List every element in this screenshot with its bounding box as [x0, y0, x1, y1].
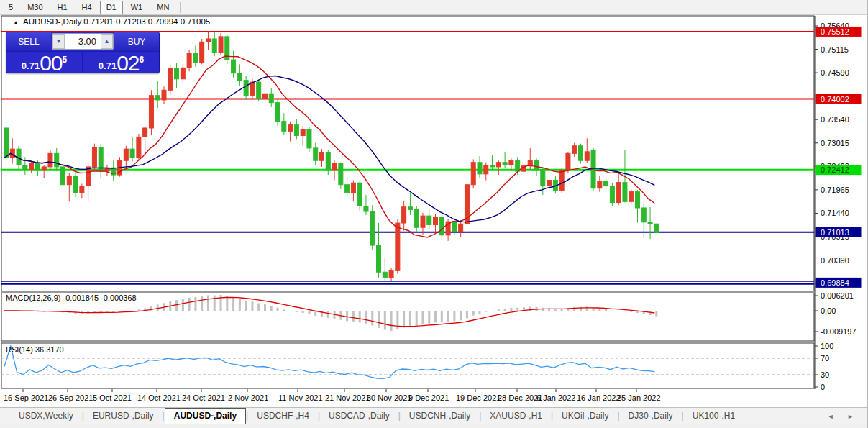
- candle: [307, 129, 311, 148]
- sell-button[interactable]: SELL: [6, 32, 51, 51]
- candle: [149, 96, 153, 128]
- chart-header: ▲AUDUSD-,Daily 0.71201 0.71203 0.70994 0…: [13, 17, 210, 26]
- candle: [364, 206, 368, 211]
- candle: [547, 181, 552, 186]
- svg-text:0.73015: 0.73015: [821, 139, 849, 147]
- candle: [86, 167, 91, 186]
- buy-price-display[interactable]: 0.71026: [83, 52, 159, 73]
- candle: [42, 167, 46, 170]
- buy-price-sup: 6: [140, 55, 145, 65]
- one-click-panel-toggle-icon[interactable]: ▲: [13, 19, 19, 26]
- candle: [478, 163, 482, 174]
- timeframe-button-M30[interactable]: M30: [21, 1, 49, 14]
- timeframe-button-W1[interactable]: W1: [124, 1, 150, 14]
- rsi-label: RSI(14) 36.3170: [6, 345, 64, 354]
- chart-tab-ukoil-daily[interactable]: UKOil-,Daily: [553, 409, 617, 424]
- tab-scroll-arrows[interactable]: ◄ ►: [828, 413, 859, 424]
- svg-text:0.75115: 0.75115: [821, 45, 849, 54]
- candle: [534, 160, 539, 170]
- timeframe-button-MN[interactable]: MN: [150, 1, 175, 14]
- chart-tab-dj30-daily[interactable]: DJ30-,Daily: [620, 409, 682, 424]
- volume-increase-button[interactable]: ▲: [101, 34, 113, 49]
- candle: [175, 69, 179, 79]
- candle: [616, 183, 621, 203]
- date-label: 9 Dec 2021: [408, 393, 449, 402]
- candle: [168, 69, 173, 91]
- chart-tab-usdcnh-daily[interactable]: USDCNH-,Daily: [401, 409, 479, 424]
- timeframe-button-5[interactable]: 5: [2, 1, 19, 14]
- chart-tab-eurusd-daily[interactable]: EURUSD-,Daily: [84, 409, 163, 424]
- svg-text:0.71965: 0.71965: [821, 186, 849, 194]
- date-label: 26 Sep 2021: [48, 393, 93, 402]
- svg-text:0.00: 0.00: [821, 306, 836, 315]
- timeframe-button-D1[interactable]: D1: [100, 1, 123, 14]
- one-click-trading-panel: SELL ▼ 3.00 ▲ BUY 0.71005 0.71026: [6, 32, 160, 73]
- chart-tab-usdx-weekly[interactable]: USDX,Weekly: [10, 409, 82, 424]
- candle: [35, 163, 40, 170]
- chart-tab-usdchf-h4[interactable]: USDCHF-,H4: [248, 409, 318, 424]
- buy-button[interactable]: BUY: [114, 32, 159, 51]
- candle: [67, 176, 71, 185]
- volume-spinner: ▼ 3.00 ▲: [52, 33, 114, 50]
- candle: [439, 217, 444, 235]
- chart-tab-uk100-h1[interactable]: UK100-,H1: [684, 409, 744, 424]
- date-label: 11 Nov 2021: [278, 393, 323, 402]
- chart-tab-xauusd-h1[interactable]: XAUUSD-,H1: [481, 409, 551, 424]
- candle: [250, 82, 255, 96]
- candle: [4, 128, 9, 158]
- chart-tab-bar: USDX,Weekly|EURUSD-,Daily|AUDUSD-,Daily|…: [0, 407, 868, 424]
- candle: [314, 148, 318, 160]
- timeframe-button-H4[interactable]: H4: [76, 1, 99, 14]
- candle: [282, 122, 286, 132]
- date-label: 2 Nov 2021: [228, 393, 268, 402]
- candle: [332, 164, 337, 170]
- candle: [610, 186, 614, 203]
- candle: [244, 81, 248, 96]
- volume-decrease-button[interactable]: ▼: [52, 34, 65, 49]
- candle: [193, 53, 198, 62]
- buy-price-big: 02: [117, 53, 139, 73]
- price-level-label-0.74002[interactable]: 0.74002: [816, 94, 862, 104]
- date-label: 30 Nov 2021: [367, 393, 411, 402]
- chart-tab-audusd-daily[interactable]: AUDUSD-,Daily: [165, 408, 246, 424]
- sell-price-display[interactable]: 0.71005: [6, 52, 83, 73]
- volume-input[interactable]: 3.00: [65, 34, 101, 49]
- svg-text:30: 30: [821, 370, 829, 379]
- price-level-label-0.72412[interactable]: 0.72412: [816, 165, 862, 175]
- candle: [212, 39, 216, 53]
- candle: [641, 208, 646, 222]
- price-level-label-0.75512[interactable]: 0.75512: [816, 27, 862, 37]
- candle: [61, 167, 65, 185]
- candle: [339, 164, 343, 185]
- timeframe-button-H1[interactable]: H1: [51, 1, 74, 14]
- price-level-label-0.69884[interactable]: 0.69884: [816, 278, 862, 288]
- chart-tab-usdcad-daily[interactable]: USDCAD-,Daily: [320, 409, 398, 424]
- svg-text:0.69884: 0.69884: [821, 278, 849, 287]
- candle: [275, 103, 280, 122]
- candle: [629, 192, 634, 202]
- macd-label: MACD(12,26,9) -0.001845 -0.000368: [6, 293, 137, 302]
- candle: [351, 183, 355, 193]
- candle: [345, 185, 350, 193]
- candle: [219, 37, 223, 53]
- candle: [396, 223, 400, 270]
- price-level-label-0.71013[interactable]: 0.71013: [816, 227, 862, 237]
- sell-price-big: 00: [40, 53, 62, 73]
- status-bar: [0, 424, 868, 428]
- candle: [636, 192, 640, 208]
- candle: [370, 211, 375, 245]
- svg-text:0: 0: [821, 383, 825, 391]
- candle: [654, 224, 659, 232]
- candle: [137, 137, 141, 158]
- svg-text:0.70390: 0.70390: [821, 256, 849, 265]
- svg-text:70: 70: [821, 354, 829, 363]
- candle: [459, 224, 463, 232]
- candle: [301, 129, 305, 136]
- date-axis: 16 Sep 202126 Sep 20215 Oct 202114 Oct 2…: [4, 389, 661, 402]
- candle: [559, 170, 564, 191]
- candle: [92, 147, 96, 167]
- candle: [503, 163, 507, 165]
- candle: [288, 125, 293, 132]
- date-label: 16 Jan 2022: [577, 393, 621, 402]
- candle: [294, 125, 298, 136]
